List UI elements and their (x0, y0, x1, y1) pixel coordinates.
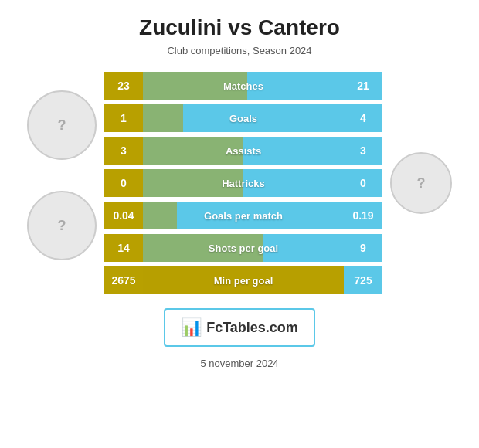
player-right-avatar: ? (390, 152, 452, 214)
stat-right-value: 4 (344, 104, 382, 132)
stat-left-value: 0.04 (104, 202, 143, 229)
logo-text: FcTables.com (206, 320, 298, 336)
stat-right-value: 3 (344, 137, 382, 165)
stat-right-value: 0.19 (344, 202, 382, 229)
stat-left-value: 2675 (104, 266, 143, 294)
stat-row: 1Goals4 (104, 104, 382, 132)
page-title: Zuculini vs Cantero (139, 15, 340, 40)
subtitle: Club competitions, Season 2024 (167, 45, 311, 56)
avatar-placeholder-icon-3: ? (417, 175, 426, 192)
stat-left-value: 1 (104, 104, 143, 132)
stat-bar-area: Matches (143, 72, 344, 100)
comparison-area: ? ? 23Matches211Goals43Assists30Hattrick… (0, 72, 479, 294)
stats-container: 23Matches211Goals43Assists30Hattricks00.… (104, 72, 382, 294)
player-left-avatar-1: ? (27, 90, 97, 160)
stat-left-value: 0 (104, 169, 143, 197)
avatar-placeholder-icon-2: ? (58, 218, 66, 234)
stat-left-value: 3 (104, 137, 143, 165)
stat-label: Matches (223, 80, 263, 92)
stat-row: 3Assists3 (104, 137, 382, 165)
stat-bar-area: Goals (143, 104, 344, 132)
avatar-placeholder-icon: ? (58, 117, 66, 134)
stat-bar-area: Hattricks (143, 169, 344, 197)
stat-bar-area: Shots per goal (143, 234, 344, 262)
stat-label: Assists (226, 145, 261, 157)
stat-bar-left-fill (143, 104, 183, 132)
left-avatars: ? ? (27, 90, 97, 260)
logo-icon: 📊 (181, 317, 202, 338)
stat-right-value: 725 (344, 266, 382, 294)
logo-section: 📊 FcTables.com (164, 308, 315, 347)
stat-label: Hattricks (222, 178, 265, 189)
stat-label: Min per goal (214, 275, 273, 287)
stat-bar-area: Goals per match (143, 202, 344, 229)
right-avatars: ? (390, 152, 452, 214)
stat-left-value: 23 (104, 72, 143, 100)
stat-row: 0.04Goals per match0.19 (104, 202, 382, 229)
stat-label: Shots per goal (209, 243, 278, 254)
player-left-avatar-2: ? (27, 191, 97, 260)
stat-label: Goals (229, 113, 257, 124)
stat-label: Goals per match (204, 210, 283, 222)
stat-bar-left-fill (143, 202, 177, 229)
stat-row: 0Hattricks0 (104, 169, 382, 197)
stat-right-value: 9 (344, 234, 382, 262)
stat-right-value: 21 (344, 72, 382, 100)
stat-bar-area: Min per goal (143, 266, 344, 294)
stat-row: 14Shots per goal9 (104, 234, 382, 262)
stat-row: 2675Min per goal725 (104, 266, 382, 294)
date-text: 5 november 2024 (200, 358, 278, 369)
stat-right-value: 0 (344, 169, 382, 197)
stat-left-value: 14 (104, 234, 143, 262)
stat-row: 23Matches21 (104, 72, 382, 100)
stat-bar-area: Assists (143, 137, 344, 165)
